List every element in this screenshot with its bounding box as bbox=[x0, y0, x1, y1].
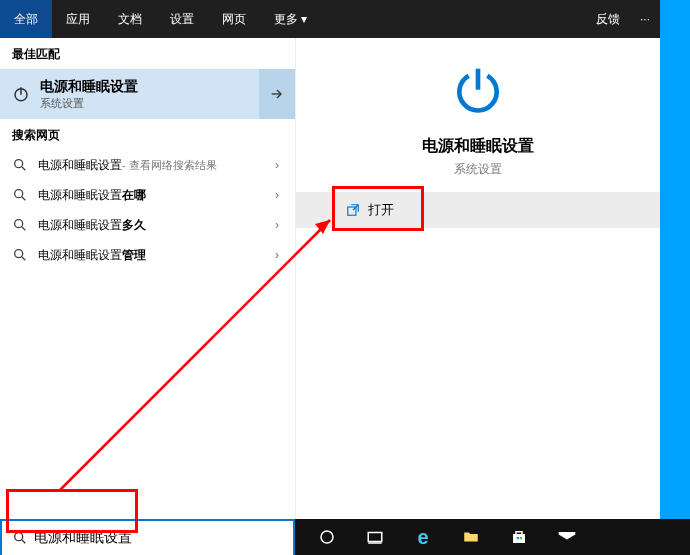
web-result-text: 电源和睡眠设置 bbox=[38, 157, 122, 174]
best-match-item[interactable]: 电源和睡眠设置 系统设置 bbox=[0, 69, 295, 119]
svg-rect-19 bbox=[517, 537, 519, 539]
best-match-title: 电源和睡眠设置 bbox=[40, 78, 138, 96]
chevron-right-icon: › bbox=[275, 158, 279, 172]
svg-point-7 bbox=[15, 220, 23, 228]
svg-line-15 bbox=[22, 540, 25, 543]
web-result-item[interactable]: 电源和睡眠设置管理 › bbox=[0, 240, 295, 270]
more-options-button[interactable]: ··· bbox=[630, 0, 660, 38]
arrow-right-icon bbox=[269, 86, 285, 102]
svg-point-9 bbox=[15, 250, 23, 258]
power-icon bbox=[12, 85, 30, 103]
section-best-match-label: 最佳匹配 bbox=[0, 38, 295, 69]
annotation-box bbox=[332, 186, 424, 231]
taskview-icon bbox=[366, 528, 384, 546]
detail-subtitle: 系统设置 bbox=[296, 161, 660, 178]
taskbar: e bbox=[295, 519, 690, 555]
best-match-expand[interactable] bbox=[259, 69, 295, 119]
mail-icon bbox=[557, 527, 577, 547]
annotation-box bbox=[6, 489, 138, 533]
search-filter-tabs: 全部 应用 文档 设置 网页 更多 ▾ 反馈 ··· bbox=[0, 0, 660, 38]
detail-header: 电源和睡眠设置 系统设置 bbox=[296, 38, 660, 178]
desktop-background bbox=[660, 0, 690, 519]
svg-point-16 bbox=[321, 531, 333, 543]
cortana-icon bbox=[318, 528, 336, 546]
detail-title: 电源和睡眠设置 bbox=[296, 136, 660, 157]
web-result-item[interactable]: 电源和睡眠设置多久 › bbox=[0, 210, 295, 240]
taskbar-cortana[interactable] bbox=[307, 519, 347, 555]
taskbar-taskview[interactable] bbox=[355, 519, 395, 555]
svg-line-6 bbox=[22, 197, 25, 200]
svg-rect-20 bbox=[520, 537, 522, 539]
web-result-item[interactable]: 电源和睡眠设置 在哪 › bbox=[0, 180, 295, 210]
chevron-right-icon: › bbox=[275, 218, 279, 232]
search-icon bbox=[12, 157, 28, 173]
tab-docs[interactable]: 文档 bbox=[104, 0, 156, 38]
search-icon bbox=[12, 187, 28, 203]
web-result-bold: 在哪 bbox=[122, 187, 146, 204]
edge-icon: e bbox=[417, 526, 428, 549]
web-result-item[interactable]: 电源和睡眠设置 - 查看网络搜索结果 › bbox=[0, 150, 295, 180]
web-result-text: 电源和睡眠设置 bbox=[38, 217, 122, 234]
taskbar-explorer[interactable] bbox=[451, 519, 491, 555]
folder-icon bbox=[462, 528, 480, 546]
tab-apps[interactable]: 应用 bbox=[52, 0, 104, 38]
search-icon bbox=[12, 247, 28, 263]
svg-line-10 bbox=[22, 257, 25, 260]
feedback-link[interactable]: 反馈 bbox=[586, 0, 630, 38]
chevron-right-icon: › bbox=[275, 188, 279, 202]
detail-pane: 电源和睡眠设置 系统设置 打开 bbox=[295, 38, 660, 555]
web-result-suffix: - 查看网络搜索结果 bbox=[122, 158, 217, 173]
svg-point-14 bbox=[15, 533, 23, 541]
search-icon bbox=[12, 217, 28, 233]
tab-settings[interactable]: 设置 bbox=[156, 0, 208, 38]
svg-line-4 bbox=[22, 167, 25, 170]
chevron-down-icon: ▾ bbox=[301, 12, 307, 26]
tab-web[interactable]: 网页 bbox=[208, 0, 260, 38]
web-result-bold: 多久 bbox=[122, 217, 146, 234]
svg-point-3 bbox=[15, 160, 23, 168]
svg-rect-17 bbox=[368, 533, 382, 542]
taskbar-store[interactable] bbox=[499, 519, 539, 555]
web-result-text: 电源和睡眠设置 bbox=[38, 247, 122, 264]
taskbar-mail[interactable] bbox=[547, 519, 587, 555]
taskbar-edge[interactable]: e bbox=[403, 519, 443, 555]
tab-more[interactable]: 更多 ▾ bbox=[260, 0, 321, 38]
web-result-text: 电源和睡眠设置 bbox=[38, 187, 122, 204]
web-result-bold: 管理 bbox=[122, 247, 146, 264]
tab-all[interactable]: 全部 bbox=[0, 0, 52, 38]
chevron-right-icon: › bbox=[275, 248, 279, 262]
section-search-web-label: 搜索网页 bbox=[0, 119, 295, 150]
svg-point-5 bbox=[15, 190, 23, 198]
power-icon bbox=[450, 64, 506, 120]
store-icon bbox=[510, 528, 528, 546]
best-match-subtitle: 系统设置 bbox=[40, 96, 138, 111]
results-left-pane: 最佳匹配 电源和睡眠设置 系统设置 搜索网页 电源和睡眠设置 - 查看网络搜索结… bbox=[0, 38, 295, 519]
svg-line-8 bbox=[22, 227, 25, 230]
